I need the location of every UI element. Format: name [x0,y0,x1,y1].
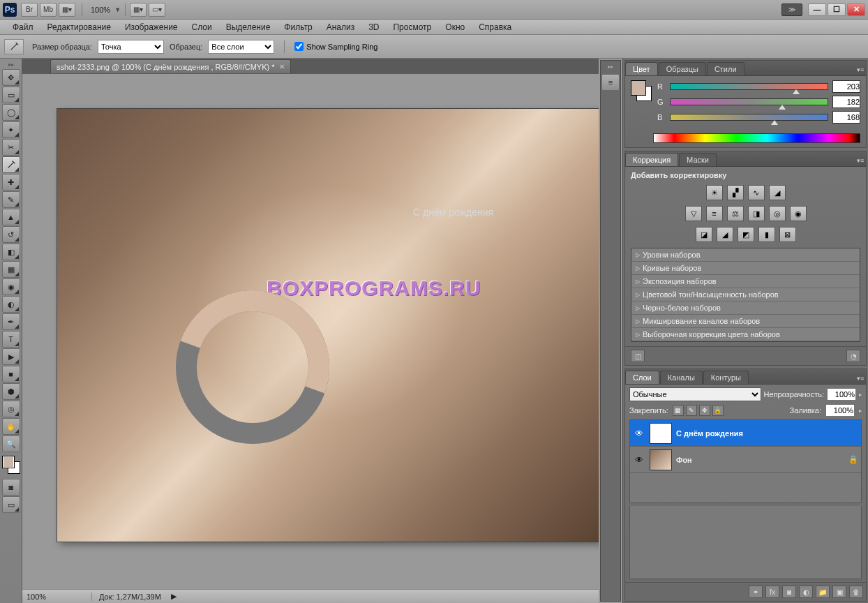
crop-tool[interactable]: ✂ [2,139,20,156]
preset-bw[interactable]: Черно-белое наборов [631,302,860,315]
type-tool[interactable]: T [2,331,20,348]
link-layers-icon[interactable]: ⚭ [749,586,763,598]
canvas-viewport[interactable]: С днём рождения BOXPROGRAMS.RU [22,74,599,589]
menu-3d[interactable]: 3D [361,21,386,34]
fill-input[interactable] [825,404,855,417]
lock-position-icon[interactable]: ✥ [699,405,710,416]
menu-view[interactable]: Просмотр [386,21,438,34]
tab-color[interactable]: Цвет [625,62,658,75]
dropdown-arrow-icon[interactable]: ▼ [114,6,121,13]
panel-menu-icon[interactable]: ▾≡ [855,373,866,384]
3d-camera-tool[interactable]: ◎ [2,401,20,417]
color-spectrum-bar[interactable] [653,133,860,143]
new-layer-icon[interactable]: ▣ [832,586,846,598]
posterize-icon[interactable]: ◢ [717,227,733,242]
preset-hue-sat[interactable]: Цветовой тон/Насыщенность наборов [631,288,860,302]
layer-thumbnail[interactable] [650,449,672,470]
opacity-input[interactable] [827,388,856,401]
layer-style-icon[interactable]: fx [765,586,779,598]
layer-row[interactable]: 👁 T С днём рождения [630,420,861,447]
screen-mode-button[interactable]: ▭▾ [149,3,165,17]
show-ring-check[interactable] [294,42,304,51]
g-value-input[interactable] [832,96,860,108]
tab-swatches[interactable]: Образцы [659,62,706,75]
clone-stamp-tool[interactable]: ▲ [2,209,20,225]
lasso-tool[interactable]: ◯ [2,104,20,121]
menu-select[interactable]: Выделение [219,21,278,34]
document-tab[interactable]: sshot-2333.png @ 100% (С днём рождения ,… [50,59,291,73]
tab-styles[interactable]: Стили [707,62,744,75]
layer-name[interactable]: С днём рождения [676,429,858,438]
opacity-arrow-icon[interactable]: ▸ [859,392,862,398]
photo-filter-icon[interactable]: ◎ [769,206,786,221]
zoom-tool[interactable]: 🔍 [2,436,20,452]
adj-expand-icon[interactable]: ◫ [631,350,645,362]
color-swatches[interactable] [2,456,20,474]
menu-help[interactable]: Справка [472,21,518,34]
preset-curves[interactable]: Кривые наборов [631,262,860,275]
layer-name[interactable]: Фон [676,456,844,464]
adjustment-layer-icon[interactable]: ◐ [799,586,813,598]
threshold-icon[interactable]: ◩ [738,227,754,242]
r-slider[interactable] [670,83,828,90]
layer-thumbnail[interactable]: T [650,423,672,444]
panel-fg-swatch[interactable] [631,80,646,96]
g-slider[interactable] [670,98,828,105]
minimize-button[interactable]: — [808,3,826,16]
eyedropper-tool[interactable] [2,156,20,173]
view-extras-button[interactable]: ▦▾ [59,3,75,17]
b-slider[interactable] [670,114,828,121]
menu-file[interactable]: Файл [6,21,40,34]
minibridge-button[interactable]: Mb [40,3,57,17]
close-button[interactable]: ✕ [847,3,865,16]
channel-mixer-icon[interactable]: ◉ [790,206,807,221]
layer-mask-icon[interactable]: ◙ [782,586,796,598]
bridge-button[interactable]: Br [21,3,38,17]
zoom-level[interactable]: 100% [91,6,110,14]
preset-selective-color[interactable]: Выборочная коррекция цвета наборов [631,328,860,341]
quick-mask-toggle[interactable]: ◙ [2,479,20,496]
panel-menu-icon[interactable]: ▾≡ [855,64,866,75]
panel-menu-icon[interactable]: ▾≡ [855,155,866,166]
visibility-toggle-icon[interactable]: 👁 [633,455,645,465]
selective-color-icon[interactable]: ⊠ [779,227,796,242]
show-sampling-ring-checkbox[interactable]: Show Sampling Ring [294,42,377,51]
path-selection-tool[interactable]: ▶ [2,348,20,365]
blend-mode-select[interactable]: Обычные [629,387,761,401]
color-balance-icon[interactable]: ⚖ [727,206,744,221]
history-panel-icon[interactable]: ≡ [601,74,620,91]
fill-arrow-icon[interactable]: ▸ [859,408,862,414]
preset-channel-mix[interactable]: Микширование каналов наборов [631,315,860,328]
move-tool[interactable]: ✥ [2,69,20,86]
status-menu-arrow-icon[interactable]: ▶ [171,592,177,601]
sample-layers-select[interactable]: Все слои [208,40,274,54]
menu-analysis[interactable]: Анализ [320,21,362,34]
maximize-button[interactable]: ☐ [828,3,846,16]
lock-transparency-icon[interactable]: ▦ [673,405,684,416]
gradient-map-icon[interactable]: ▮ [758,227,775,242]
invert-icon[interactable]: ◪ [696,227,712,242]
shape-tool[interactable]: ■ [2,366,20,382]
preset-exposure[interactable]: Экспозиция наборов [631,275,860,288]
marquee-tool[interactable]: ▭ [2,87,20,103]
vibrance-icon[interactable]: ▽ [685,206,702,221]
strip-grip[interactable]: ▸▸ [608,64,613,70]
exposure-icon[interactable]: ◢ [769,185,786,200]
tab-channels[interactable]: Каналы [660,371,703,384]
preset-levels[interactable]: Уровни наборов [631,248,860,262]
eraser-tool[interactable]: ◧ [2,244,20,260]
visibility-toggle-icon[interactable]: 👁 [633,429,645,438]
expand-panels-button[interactable]: ≫ [781,3,802,16]
menu-layer[interactable]: Слои [185,21,219,34]
pen-tool[interactable]: ✒ [2,313,20,330]
gradient-tool[interactable]: ▦ [2,261,20,278]
tools-grip[interactable]: ▸▸ [0,61,22,68]
lock-pixels-icon[interactable]: ✎ [686,405,697,416]
hand-tool[interactable]: ✋ [2,418,20,435]
tab-paths[interactable]: Контуры [703,371,749,384]
sample-size-select[interactable]: Точка [98,40,164,54]
menu-edit[interactable]: Редактирование [40,21,118,34]
foreground-color-swatch[interactable] [2,456,15,468]
tab-masks[interactable]: Маски [679,153,717,166]
delete-layer-icon[interactable]: 🗑 [849,586,863,598]
